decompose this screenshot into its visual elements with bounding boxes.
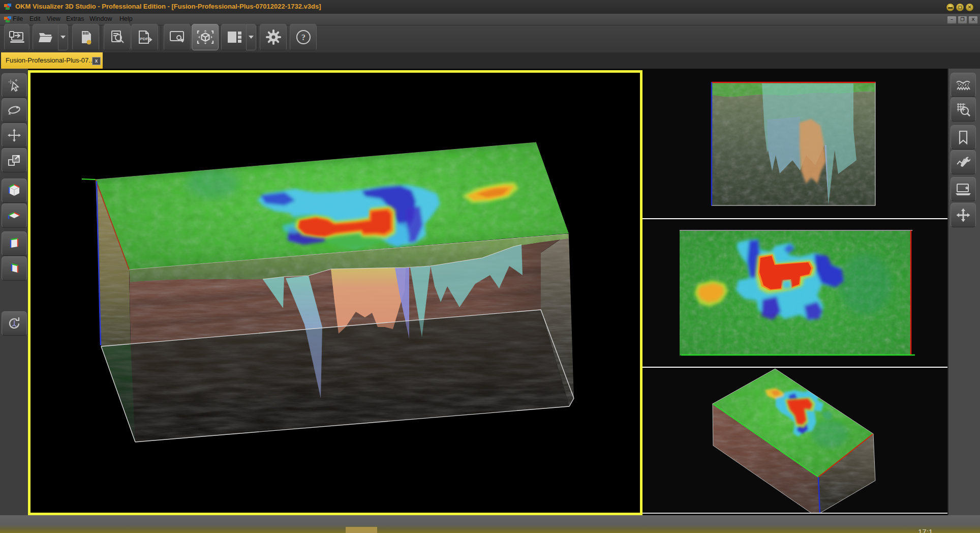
svg-text:PDF: PDF — [140, 37, 148, 41]
svg-text:?: ? — [301, 33, 305, 42]
